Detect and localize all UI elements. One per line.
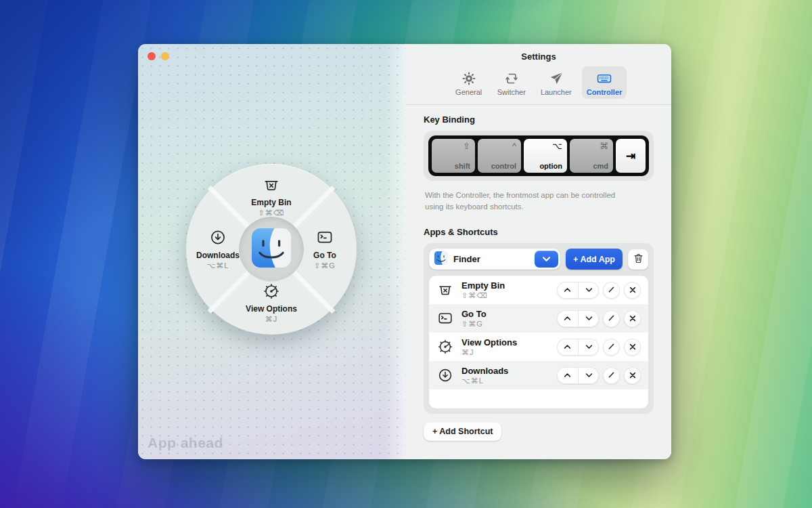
move-down-button[interactable] xyxy=(578,310,599,327)
shortcut-keys: ⌥⌘L xyxy=(461,377,508,385)
edit-shortcut-button[interactable] xyxy=(603,310,620,327)
terminal-icon xyxy=(316,229,334,249)
terminal-icon xyxy=(436,310,454,326)
shortcut-row-go-to: Go To ⇧⌘G xyxy=(429,304,648,333)
wheel-item-shortcut: ⌘J xyxy=(265,315,278,324)
delete-shortcut-button[interactable] xyxy=(624,339,641,356)
edit-shortcut-button[interactable] xyxy=(603,339,620,356)
dropdown-chevron-button[interactable] xyxy=(535,251,558,268)
app-dropdown[interactable]: Finder xyxy=(429,249,560,270)
settings-tabs: General Switcher Launcher Controller xyxy=(406,62,671,105)
key-control[interactable]: ^ control xyxy=(478,139,521,173)
wheel-segment-view-options[interactable]: View Options ⌘J xyxy=(186,282,357,324)
reorder-control xyxy=(557,367,599,384)
pencil-icon xyxy=(608,285,615,295)
apps-shortcuts-heading: Apps & Shortcuts xyxy=(424,227,654,237)
shortcut-name: View Options xyxy=(461,338,517,347)
titlebar: Settings xyxy=(406,44,671,62)
delete-shortcut-button[interactable] xyxy=(624,282,641,299)
minimize-button[interactable] xyxy=(161,52,169,60)
key-option[interactable]: ⌥ option xyxy=(524,139,567,173)
key-cmd[interactable]: ⌘ cmd xyxy=(570,139,613,173)
close-icon xyxy=(629,285,636,295)
move-up-button[interactable] xyxy=(557,367,578,384)
tab-label: Launcher xyxy=(541,89,572,96)
shift-symbol: ⇧ xyxy=(463,141,470,151)
pencil-icon xyxy=(608,342,615,352)
tab-label: Switcher xyxy=(497,89,526,96)
wheel-item-label: View Options xyxy=(246,304,297,314)
tab-general[interactable]: General xyxy=(451,66,487,99)
close-icon xyxy=(629,371,636,381)
tab-switcher[interactable]: Switcher xyxy=(493,66,531,99)
trash-icon xyxy=(633,253,644,266)
key-shift[interactable]: ⇧ shift xyxy=(432,139,475,173)
pencil-icon xyxy=(608,371,615,381)
preview-panel: Empty Bin ⇧⌘⌫ Go To ⇧⌘G View Options ⌘J xyxy=(138,44,406,459)
shortcut-name: Go To xyxy=(461,310,487,319)
shortcut-keys: ⌘J xyxy=(461,348,517,356)
gear-dial-icon xyxy=(436,339,454,355)
close-icon xyxy=(629,314,636,324)
shortcut-row-view-options: View Options ⌘J xyxy=(429,333,648,361)
tab-label: Controller xyxy=(587,89,623,96)
bin-x-icon xyxy=(263,176,280,196)
keyboard-bezel: ⇧ shift ^ control ⌥ option ⌘ cmd xyxy=(428,135,649,176)
key-tab[interactable]: ⇥ xyxy=(616,139,646,173)
wheel-item-label: Go To xyxy=(313,251,336,260)
cycle-arrows-icon xyxy=(504,70,519,87)
app-selector-row: Finder + Add App xyxy=(429,249,648,270)
shortcut-name: Downloads xyxy=(461,366,508,376)
move-down-button[interactable] xyxy=(578,282,599,299)
delete-shortcut-button[interactable] xyxy=(624,310,641,327)
download-circle-icon xyxy=(436,367,454,383)
wheel-segment-empty-bin[interactable]: Empty Bin ⇧⌘⌫ xyxy=(186,176,357,217)
reorder-control xyxy=(557,282,599,299)
key-binding-widget: ⇧ shift ^ control ⌥ option ⌘ cmd xyxy=(424,131,654,181)
pencil-icon xyxy=(608,314,615,324)
shortcut-name: Empty Bin xyxy=(461,281,505,291)
tab-label: General xyxy=(455,89,482,96)
shortcut-keys: ⇧⌘G xyxy=(461,320,487,328)
wheel-item-label: Downloads xyxy=(196,251,240,260)
add-shortcut-button[interactable]: + Add Shortcut xyxy=(424,422,501,441)
edit-shortcut-button[interactable] xyxy=(603,282,620,299)
reorder-control xyxy=(557,310,599,327)
move-up-button[interactable] xyxy=(557,310,578,327)
tab-launcher[interactable]: Launcher xyxy=(536,66,577,99)
delete-shortcut-button[interactable] xyxy=(624,367,641,384)
wheel-center-app xyxy=(239,217,304,282)
shortcut-row-empty-bin: Empty Bin ⇧⌘⌫ xyxy=(429,276,648,304)
wheel-item-shortcut: ⇧⌘G xyxy=(314,261,336,270)
app-watermark: App ahead xyxy=(148,435,223,451)
add-app-button[interactable]: + Add App xyxy=(566,249,623,270)
move-up-button[interactable] xyxy=(557,282,578,299)
chevron-down-icon xyxy=(542,254,551,264)
gear-dial-icon xyxy=(263,282,280,303)
wheel-item-label: Empty Bin xyxy=(251,198,291,207)
close-button[interactable] xyxy=(148,52,156,60)
window-title: Settings xyxy=(521,51,556,62)
settings-panel: Settings General Switcher Launcher xyxy=(406,44,671,459)
download-circle-icon xyxy=(209,229,227,249)
paper-plane-icon xyxy=(549,70,564,87)
move-up-button[interactable] xyxy=(557,339,578,356)
window-controls xyxy=(148,52,169,60)
apps-shortcuts-box: Finder + Add App xyxy=(424,243,654,414)
finder-icon xyxy=(434,251,448,268)
move-down-button[interactable] xyxy=(578,339,599,356)
radial-shortcut-wheel[interactable]: Empty Bin ⇧⌘⌫ Go To ⇧⌘G View Options ⌘J xyxy=(186,164,357,335)
shortcut-keys: ⇧⌘⌫ xyxy=(461,291,505,299)
shortcut-list: Empty Bin ⇧⌘⌫ xyxy=(429,276,648,408)
edit-shortcut-button[interactable] xyxy=(603,367,620,384)
controller-info-text: With the Controller, the frontmost app c… xyxy=(425,190,635,212)
move-down-button[interactable] xyxy=(578,367,599,384)
keyboard-icon xyxy=(596,70,612,87)
shortcut-row-downloads: Downloads ⌥⌘L xyxy=(429,361,648,389)
bin-x-icon xyxy=(436,282,454,298)
tab-key-symbol: ⇥ xyxy=(626,149,635,163)
finder-icon xyxy=(252,228,291,270)
close-icon xyxy=(629,342,636,352)
delete-app-button[interactable] xyxy=(628,249,648,270)
tab-controller[interactable]: Controller xyxy=(582,66,627,99)
